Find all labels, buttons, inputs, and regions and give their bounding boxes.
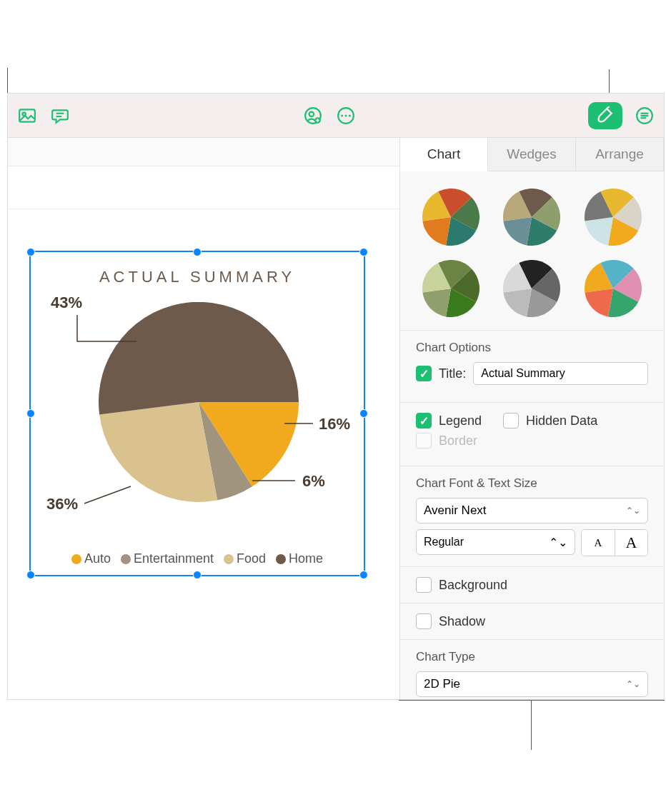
sidebar-tabs: Chart Wedges Arrange bbox=[400, 138, 664, 171]
legend-item[interactable]: Entertainment bbox=[121, 551, 214, 566]
chart-type-value: 2D Pie bbox=[424, 677, 460, 691]
tab-wedges[interactable]: Wedges bbox=[488, 138, 576, 171]
content-area: ACTUAL SUMMARY 43% bbox=[8, 138, 664, 699]
chart-style-4[interactable] bbox=[422, 260, 479, 317]
comment-button[interactable] bbox=[49, 105, 71, 126]
legend-label: Entertainment bbox=[134, 551, 214, 566]
resize-handle[interactable] bbox=[26, 248, 35, 256]
organize-button[interactable] bbox=[634, 105, 655, 126]
shadow-label: Shadow bbox=[439, 614, 485, 629]
tab-chart[interactable]: Chart bbox=[400, 138, 488, 171]
callout-line bbox=[399, 700, 665, 701]
legend-label: Home bbox=[289, 551, 323, 566]
font-section: Chart Font & Text Size Avenir Next ⌃⌄ Re… bbox=[400, 466, 664, 566]
legend-item[interactable]: Home bbox=[276, 551, 323, 566]
chevron-updown-icon: ⌃⌄ bbox=[626, 506, 640, 516]
title-label: Title: bbox=[439, 366, 466, 381]
chart-type-section: Chart Type 2D Pie ⌃⌄ bbox=[400, 639, 664, 699]
chart-style-grid bbox=[400, 180, 664, 330]
resize-handle[interactable] bbox=[26, 409, 35, 418]
svg-rect-0 bbox=[19, 109, 35, 121]
pie-slice-food[interactable] bbox=[99, 402, 217, 502]
legend-swatch bbox=[276, 554, 286, 564]
chart-panel: Chart Options Title: Legend bbox=[400, 171, 664, 699]
hidden-data-label: Hidden Data bbox=[526, 413, 597, 428]
app-window: ACTUAL SUMMARY 43% bbox=[7, 93, 665, 700]
chart-style-5[interactable] bbox=[503, 260, 560, 317]
text-size-stepper: A A bbox=[581, 529, 648, 556]
svg-point-9 bbox=[344, 114, 347, 116]
callout-line bbox=[531, 700, 532, 750]
more-button[interactable] bbox=[335, 105, 357, 126]
background-label: Background bbox=[439, 578, 507, 593]
canvas-ruler-strip bbox=[8, 138, 399, 166]
resize-handle[interactable] bbox=[359, 248, 368, 256]
legend-label: Legend bbox=[439, 413, 482, 428]
shadow-checkbox[interactable] bbox=[416, 613, 432, 629]
chart-style-3[interactable] bbox=[585, 189, 642, 246]
data-label-entertainment[interactable]: 6% bbox=[302, 472, 325, 491]
legend-checkbox[interactable] bbox=[416, 413, 432, 428]
chart-options-section: Chart Options Title: bbox=[400, 330, 664, 402]
border-checkbox bbox=[416, 433, 432, 448]
person-add-icon bbox=[304, 106, 322, 125]
resize-handle[interactable] bbox=[26, 571, 35, 579]
font-family-select[interactable]: Avenir Next ⌃⌄ bbox=[416, 498, 648, 523]
font-section-heading: Chart Font & Text Size bbox=[416, 476, 648, 491]
font-style-select[interactable]: Regular ⌃⌄ bbox=[416, 529, 575, 555]
legend-label: Food bbox=[237, 551, 266, 566]
border-label: Border bbox=[439, 433, 477, 448]
svg-point-8 bbox=[341, 114, 343, 116]
hidden-data-checkbox[interactable] bbox=[503, 413, 519, 428]
resize-handle[interactable] bbox=[359, 409, 368, 418]
chart-options-heading: Chart Options bbox=[416, 341, 648, 355]
media-button[interactable] bbox=[16, 105, 38, 126]
background-checkbox[interactable] bbox=[416, 577, 432, 593]
pie-chart[interactable] bbox=[99, 302, 299, 502]
resize-handle[interactable] bbox=[359, 571, 368, 579]
chart-legend[interactable]: Auto Entertainment Food Home bbox=[31, 551, 364, 566]
background-section: Background bbox=[400, 566, 664, 603]
chevron-updown-icon: ⌃⌄ bbox=[549, 536, 567, 549]
more-icon bbox=[337, 106, 355, 125]
chart-type-heading: Chart Type bbox=[416, 650, 648, 664]
paintbrush-icon bbox=[596, 106, 615, 125]
toolbar bbox=[8, 94, 664, 138]
font-style-value: Regular bbox=[424, 536, 464, 548]
resize-handle[interactable] bbox=[193, 571, 202, 579]
data-label-auto[interactable]: 16% bbox=[319, 415, 350, 433]
svg-point-5 bbox=[309, 111, 314, 116]
legend-swatch bbox=[224, 554, 234, 564]
legend-item[interactable]: Food bbox=[224, 551, 266, 566]
title-checkbox[interactable] bbox=[416, 366, 432, 381]
text-size-increase[interactable]: A bbox=[615, 530, 647, 556]
canvas[interactable]: ACTUAL SUMMARY 43% bbox=[8, 138, 399, 699]
chart-style-6[interactable] bbox=[585, 260, 642, 317]
chart-style-2[interactable] bbox=[503, 189, 560, 246]
format-button[interactable] bbox=[588, 102, 622, 129]
collaborate-button[interactable] bbox=[302, 105, 324, 126]
chevron-updown-icon: ⌃⌄ bbox=[626, 679, 640, 689]
svg-point-10 bbox=[349, 114, 351, 116]
font-family-value: Avenir Next bbox=[424, 503, 487, 518]
comment-icon bbox=[51, 106, 69, 125]
format-sidebar: Chart Wedges Arrange Chart Options bbox=[399, 138, 664, 699]
chart-style-1[interactable] bbox=[422, 189, 479, 246]
legend-swatch bbox=[71, 554, 81, 564]
pie-slice-home[interactable] bbox=[99, 302, 299, 415]
tab-arrange[interactable]: Arrange bbox=[576, 138, 664, 171]
chart-selection[interactable]: ACTUAL SUMMARY 43% bbox=[29, 251, 365, 576]
legend-label: Auto bbox=[84, 551, 111, 566]
legend-swatch bbox=[121, 554, 131, 564]
text-size-decrease[interactable]: A bbox=[582, 530, 615, 556]
title-input[interactable] bbox=[473, 362, 648, 385]
legend-item[interactable]: Auto bbox=[71, 551, 111, 566]
chart-type-select[interactable]: 2D Pie ⌃⌄ bbox=[416, 671, 648, 697]
chart-title[interactable]: ACTUAL SUMMARY bbox=[31, 268, 364, 286]
resize-handle[interactable] bbox=[193, 248, 202, 256]
shadow-section: Shadow bbox=[400, 603, 664, 639]
data-label-food[interactable]: 36% bbox=[46, 495, 78, 513]
organize-icon bbox=[635, 106, 654, 125]
data-label-home[interactable]: 43% bbox=[51, 294, 82, 312]
photo-icon bbox=[18, 106, 36, 125]
